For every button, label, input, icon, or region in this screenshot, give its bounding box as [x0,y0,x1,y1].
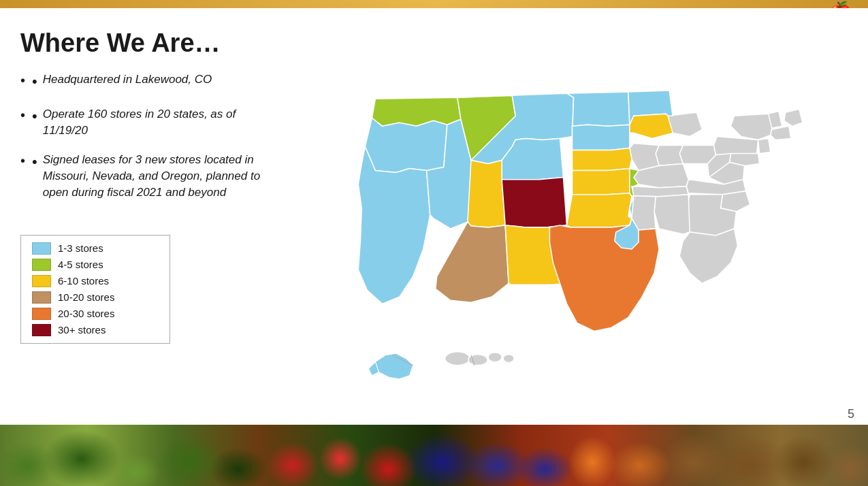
map-area [286,71,848,413]
state-NJ [758,138,771,153]
legend-swatch-6 [32,324,51,336]
legend-label-6: 30+ stores [58,324,106,336]
state-NE [573,148,632,170]
legend-swatch-2 [32,259,51,271]
bullet-text-2: Operate 160 stores in 20 states, as of 1… [43,106,272,139]
bullet-dot-3: • [32,152,37,173]
bullet-dot-2: • [32,106,37,127]
bullet-item-3: • Signed leases for 3 new stores located… [20,152,272,200]
state-CO [502,178,566,227]
state-PA [713,136,758,155]
legend-label-4: 10-20 stores [58,291,114,303]
legend-item-4: 10-20 stores [32,291,159,304]
state-OR [365,118,447,172]
legend-item-5: 20-30 stores [32,308,159,320]
legend-swatch-1 [32,242,51,255]
bullet-item-2: • Operate 160 stores in 20 states, as of… [20,106,272,139]
legend-swatch-5 [32,308,51,320]
state-AL [654,195,690,234]
svg-point-5 [503,355,514,363]
left-panel: • Headquartered in Lakewood, CO • Operat… [20,71,272,413]
legend-swatch-4 [32,291,51,304]
bullet-text-3: Signed leases for 3 new stores located i… [43,152,272,200]
legend-label-5: 20-30 stores [58,308,114,319]
state-SD [573,125,630,150]
state-UT [468,161,505,227]
top-bar [0,0,868,8]
bullet-text-1: Headquartered in Lakewood, CO [43,71,212,88]
legend-label-1: 1-3 stores [58,242,103,254]
state-IN [656,145,683,165]
state-WA [372,97,461,126]
state-ME [784,109,803,126]
bullet-item-1: • Headquartered in Lakewood, CO [20,71,272,93]
state-AZ [436,222,509,302]
legend-item-3: 6-10 stores [32,275,159,287]
state-TX [549,218,659,331]
svg-marker-0 [375,353,413,379]
legend: 1-3 stores 4-5 stores 6-10 stores 10-20 … [20,235,170,344]
alaska-inset [368,353,413,379]
hawaii-inset [445,352,514,366]
page-number: 5 [848,407,854,421]
state-OH [679,145,716,163]
legend-item-2: 4-5 stores [32,259,159,271]
state-NY [730,114,771,140]
page-title: Where We Are… [20,29,848,58]
state-IA [630,114,673,138]
legend-item-6: 30+ stores [32,324,159,336]
state-FL [679,229,737,283]
legend-label-2: 4-5 stores [58,259,103,270]
svg-point-2 [445,352,470,366]
legend-swatch-3 [32,275,51,287]
bullet-list: • Headquartered in Lakewood, CO • Operat… [20,71,272,214]
state-OK [567,193,632,227]
legend-label-3: 6-10 stores [58,275,109,287]
main-content: Where We Are… • Headquartered in Lakewoo… [0,8,868,425]
svg-point-4 [488,353,502,362]
bullet-dot-1: • [32,71,37,93]
legend-item-1: 1-3 stores [32,242,159,255]
us-map [286,71,848,413]
content-layout: • Headquartered in Lakewood, CO • Operat… [20,71,848,413]
state-KS [573,169,632,195]
bottom-food-bar [0,425,868,486]
state-SC [720,191,750,212]
